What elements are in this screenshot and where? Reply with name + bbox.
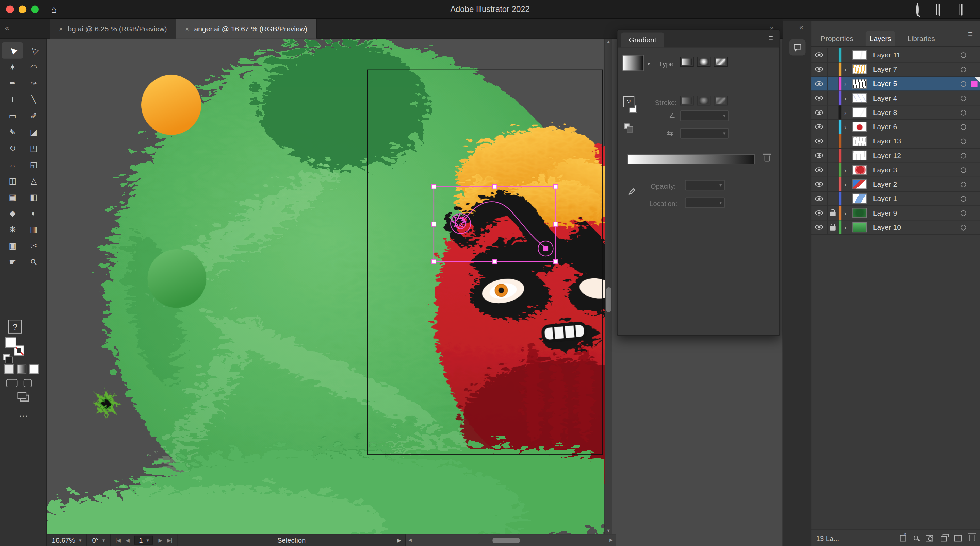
fill-stroke-mini-icon[interactable] xyxy=(624,124,630,129)
stroke-along-button[interactable] xyxy=(697,95,711,105)
visibility-toggle[interactable] xyxy=(811,120,827,133)
radial-gradient-button[interactable] xyxy=(697,57,711,67)
zoom-control[interactable]: 16.67% ▾ xyxy=(47,535,87,546)
status-menu-icon[interactable]: ▶ xyxy=(398,537,401,543)
visibility-toggle[interactable] xyxy=(811,178,827,191)
lock-toggle[interactable] xyxy=(827,63,839,76)
panel-menu-icon[interactable]: ≡ xyxy=(769,34,773,43)
layer-row[interactable]: › Layer 9 xyxy=(811,206,980,220)
locate-object-icon[interactable] xyxy=(914,536,918,540)
stroke-within-button[interactable] xyxy=(680,95,694,105)
opacity-dropdown[interactable] xyxy=(685,180,725,190)
expand-chevron-icon[interactable]: › xyxy=(844,95,846,101)
layer-name[interactable]: Layer 1 xyxy=(873,195,961,202)
layer-name[interactable]: Layer 2 xyxy=(873,181,961,188)
none-mode-button[interactable] xyxy=(29,365,39,374)
lock-toggle[interactable] xyxy=(827,178,839,191)
layer-name[interactable]: Layer 7 xyxy=(873,66,961,73)
slice-tool[interactable]: ✂ xyxy=(23,237,44,254)
expand-panels-icon[interactable]: « xyxy=(799,23,803,30)
previous-artboard-button[interactable]: ◀ xyxy=(126,537,129,543)
hand-tool[interactable]: ☛ xyxy=(2,254,23,270)
last-artboard-button[interactable]: ▶| xyxy=(167,537,172,543)
visibility-toggle[interactable] xyxy=(811,48,827,62)
screen-mode-icon[interactable] xyxy=(6,379,18,387)
target-circle-icon[interactable] xyxy=(961,224,966,230)
target-circle-icon[interactable] xyxy=(961,95,966,101)
color-mode-button[interactable] xyxy=(5,365,14,374)
width-tool[interactable]: ↔ xyxy=(2,156,23,172)
gradient-slider[interactable] xyxy=(627,154,755,164)
target-circle-icon[interactable] xyxy=(961,52,966,58)
gradient-tool[interactable]: ◧ xyxy=(23,189,44,205)
lock-toggle[interactable] xyxy=(827,192,839,205)
collect-for-export-icon[interactable] xyxy=(900,535,906,541)
layer-row[interactable]: › Layer 12 xyxy=(811,149,980,163)
document-tab[interactable]: × bg.ai @ 6.25 % (RGB/Preview) xyxy=(50,19,176,39)
lock-toggle[interactable] xyxy=(827,149,839,162)
layer-row[interactable]: › Layer 4 xyxy=(811,91,980,105)
gradient-fill-placeholder[interactable]: ? xyxy=(623,96,634,108)
line-segment-tool[interactable]: ╲ xyxy=(23,91,44,108)
expand-chevron-icon[interactable]: › xyxy=(844,80,846,87)
vertical-scroll-thumb[interactable] xyxy=(606,287,611,312)
rotation-control[interactable]: 0° ▾ xyxy=(87,535,111,546)
lock-toggle[interactable] xyxy=(827,105,839,119)
first-artboard-button[interactable]: |◀ xyxy=(116,537,121,543)
status-mode-field[interactable]: Selection ▶ xyxy=(178,535,406,546)
lock-toggle[interactable] xyxy=(827,77,839,90)
expand-chevron-icon[interactable]: › xyxy=(844,181,846,188)
visibility-toggle[interactable] xyxy=(811,163,827,176)
visibility-toggle[interactable] xyxy=(811,105,827,119)
perspective-grid-tool[interactable]: △ xyxy=(23,172,44,189)
target-circle-icon[interactable] xyxy=(961,181,966,187)
target-circle-icon[interactable] xyxy=(961,210,966,216)
rectangle-tool[interactable]: ▭ xyxy=(2,108,23,124)
gradient-preview-swatch[interactable] xyxy=(622,55,643,71)
layer-name[interactable]: Layer 12 xyxy=(873,152,961,159)
panel-switcher-icon[interactable] xyxy=(961,5,971,14)
pen-tool[interactable]: ✒ xyxy=(2,75,23,91)
lock-toggle[interactable] xyxy=(827,134,839,148)
paintbrush-tool[interactable]: ✐ xyxy=(23,108,44,124)
column-graph-tool[interactable]: ▥ xyxy=(23,221,44,237)
layer-row[interactable]: › Layer 7 xyxy=(811,63,980,77)
orange-gradient-circle[interactable] xyxy=(141,75,201,135)
chevron-down-icon[interactable]: ▾ xyxy=(648,61,650,67)
new-sublayer-icon[interactable] xyxy=(940,536,947,541)
lock-toggle[interactable] xyxy=(827,120,839,133)
lasso-tool[interactable]: ◠ xyxy=(23,59,44,75)
target-circle-icon[interactable] xyxy=(961,67,966,72)
mesh-tool[interactable]: ▦ xyxy=(2,189,23,205)
target-circle-icon[interactable] xyxy=(961,138,966,144)
green-gradient-circle[interactable] xyxy=(147,249,206,308)
scroll-down-icon[interactable]: ▼ xyxy=(606,528,611,534)
layer-name[interactable]: Layer 3 xyxy=(873,166,961,174)
gradient-angle-dropdown[interactable] xyxy=(680,111,729,121)
workspace-layout-icon[interactable] xyxy=(939,5,949,14)
eraser-tool[interactable]: ◪ xyxy=(23,124,44,140)
blend-tool[interactable]: ◐ xyxy=(23,205,44,221)
layer-name[interactable]: Layer 9 xyxy=(873,209,961,217)
artwork-canvas[interactable]: ▲ ▼ xyxy=(47,39,616,534)
expand-chevron-icon[interactable]: › xyxy=(844,66,846,73)
lock-toggle[interactable] xyxy=(827,220,839,234)
tab-scroll-left-icon[interactable]: « xyxy=(5,24,9,31)
comments-panel-button[interactable] xyxy=(789,40,806,56)
eyedropper-tool[interactable]: ◆ xyxy=(2,205,23,221)
panel-tab[interactable]: Layers xyxy=(866,31,895,46)
search-icon[interactable] xyxy=(916,5,926,14)
clipping-mask-icon[interactable] xyxy=(926,535,933,541)
aspect-ratio-dropdown[interactable] xyxy=(680,128,729,139)
new-layer-icon[interactable] xyxy=(955,535,962,541)
lock-toggle[interactable] xyxy=(827,163,839,176)
layer-row[interactable]: › Layer 2 xyxy=(811,178,980,192)
layer-name[interactable]: Layer 6 xyxy=(873,123,961,130)
layer-name[interactable]: Layer 5 xyxy=(873,80,961,87)
gradient-panel-tab[interactable]: Gradient xyxy=(621,33,664,48)
target-circle-icon[interactable] xyxy=(961,152,966,159)
next-artboard-button[interactable]: ▶ xyxy=(158,537,162,543)
expand-chevron-icon[interactable]: › xyxy=(844,166,846,173)
layer-row[interactable]: › Layer 10 xyxy=(811,220,980,235)
horizontal-scroll-thumb[interactable] xyxy=(492,538,520,543)
